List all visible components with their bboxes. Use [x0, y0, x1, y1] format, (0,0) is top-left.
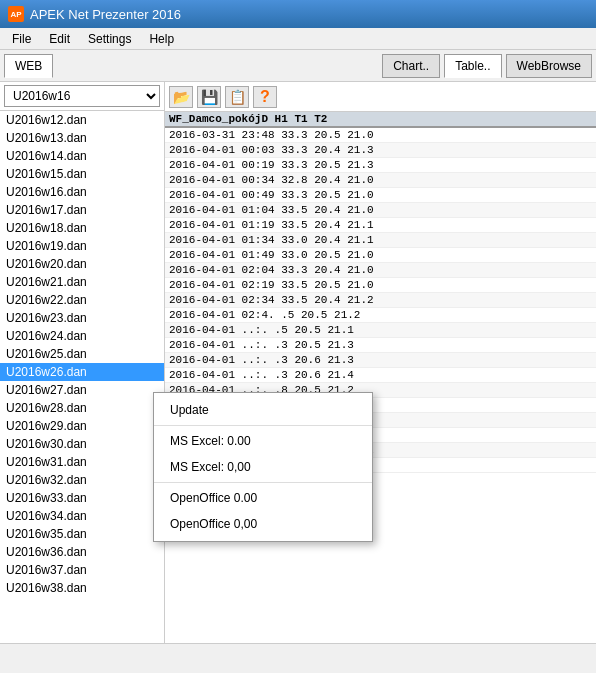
file-list-item[interactable]: U2016w36.dan — [0, 543, 164, 561]
context-menu-item[interactable]: Update — [154, 397, 372, 423]
header-text: WF_Damco_pokójD H1 T1 T2 — [169, 113, 327, 125]
table-row: 2016-04-01 01:04 33.5 20.4 21.0 — [165, 203, 596, 218]
file-list-item[interactable]: U2016w30.dan — [0, 435, 164, 453]
menu-settings[interactable]: Settings — [80, 30, 139, 48]
bottom-bar — [0, 643, 596, 673]
title-bar: AP APEK Net Prezenter 2016 — [0, 0, 596, 28]
question-icon: ? — [260, 88, 270, 106]
file-list-item[interactable]: U2016w27.dan — [0, 381, 164, 399]
folder-button[interactable]: 📂 — [169, 86, 193, 108]
file-list-item[interactable]: U2016w18.dan — [0, 219, 164, 237]
file-list: U2016w12.danU2016w13.danU2016w14.danU201… — [0, 111, 164, 643]
save-icon: 💾 — [201, 89, 218, 105]
app-icon: AP — [8, 6, 24, 22]
file-list-item[interactable]: U2016w13.dan — [0, 129, 164, 147]
table-row: 2016-04-01 00:19 33.3 20.5 21.3 — [165, 158, 596, 173]
menu-file[interactable]: File — [4, 30, 39, 48]
table-row: 2016-03-31 23:48 33.3 20.5 21.0 — [165, 128, 596, 143]
toolbar: WEB Chart.. Table.. WebBrowse — [0, 50, 596, 82]
folder-icon: 📂 — [173, 89, 190, 105]
save-button[interactable]: 💾 — [197, 86, 221, 108]
table-row: 2016-04-01 ..:. .3 20.6 21.4 — [165, 368, 596, 383]
table-row: 2016-04-01 01:19 33.5 20.4 21.1 — [165, 218, 596, 233]
table-header: WF_Damco_pokójD H1 T1 T2 — [165, 112, 596, 128]
help-button[interactable]: ? — [253, 86, 277, 108]
file-list-item[interactable]: U2016w22.dan — [0, 291, 164, 309]
dropdown-row: U2016w16 — [0, 82, 164, 111]
table-row: 2016-04-01 ..:. .5 20.5 21.1 — [165, 323, 596, 338]
table-row: 2016-04-01 ..:. .3 20.5 21.3 — [165, 338, 596, 353]
menu-help[interactable]: Help — [141, 30, 182, 48]
file-list-item[interactable]: U2016w35.dan — [0, 525, 164, 543]
table-row: 2016-04-01 02:4. .5 20.5 21.2 — [165, 308, 596, 323]
app-title: APEK Net Prezenter 2016 — [30, 7, 181, 22]
table-row: 2016-04-01 00:49 33.3 20.5 21.0 — [165, 188, 596, 203]
file-list-item[interactable]: U2016w34.dan — [0, 507, 164, 525]
file-list-item[interactable]: U2016w12.dan — [0, 111, 164, 129]
tab-table[interactable]: Table.. — [444, 54, 501, 78]
copy-icon: 📋 — [229, 89, 246, 105]
main-area: U2016w16 U2016w12.danU2016w13.danU2016w1… — [0, 82, 596, 643]
table-row: 2016-04-01 00:34 32.8 20.4 21.0 — [165, 173, 596, 188]
menu-edit[interactable]: Edit — [41, 30, 78, 48]
file-list-item[interactable]: U2016w15.dan — [0, 165, 164, 183]
table-row: 2016-04-01 02:34 33.5 20.4 21.2 — [165, 293, 596, 308]
file-list-item[interactable]: U2016w19.dan — [0, 237, 164, 255]
context-menu-item[interactable]: OpenOffice 0.00 — [154, 485, 372, 511]
context-menu-divider — [154, 425, 372, 426]
file-list-item[interactable]: U2016w14.dan — [0, 147, 164, 165]
context-menu-item[interactable]: MS Excel: 0,00 — [154, 454, 372, 480]
left-panel: U2016w16 U2016w12.danU2016w13.danU2016w1… — [0, 82, 165, 643]
menu-bar: File Edit Settings Help — [0, 28, 596, 50]
context-menu-divider — [154, 482, 372, 483]
file-list-item[interactable]: U2016w17.dan — [0, 201, 164, 219]
right-panel: 📂 💾 📋 ? WF_Damco_pokójD H1 T1 T2 2016-03… — [165, 82, 596, 643]
file-list-item[interactable]: U2016w38.dan — [0, 579, 164, 597]
table-row: 2016-04-01 00:03 33.3 20.4 21.3 — [165, 143, 596, 158]
file-list-item[interactable]: U2016w37.dan — [0, 561, 164, 579]
data-table: WF_Damco_pokójD H1 T1 T2 2016-03-31 23:4… — [165, 112, 596, 643]
file-list-item[interactable]: U2016w28.dan — [0, 399, 164, 417]
table-row: 2016-04-01 ..:. .3 20.6 21.3 — [165, 353, 596, 368]
file-list-item[interactable]: U2016w32.dan — [0, 471, 164, 489]
file-list-item[interactable]: U2016w25.dan — [0, 345, 164, 363]
file-list-item[interactable]: U2016w29.dan — [0, 417, 164, 435]
table-row: 2016-04-01 01:49 33.0 20.5 21.0 — [165, 248, 596, 263]
context-menu-item[interactable]: OpenOffice 0,00 — [154, 511, 372, 537]
table-row: 2016-04-01 02:19 33.5 20.5 21.0 — [165, 278, 596, 293]
file-list-item[interactable]: U2016w21.dan — [0, 273, 164, 291]
file-list-item[interactable]: U2016w20.dan — [0, 255, 164, 273]
tab-webbrowse[interactable]: WebBrowse — [506, 54, 592, 78]
file-list-item[interactable]: U2016w24.dan — [0, 327, 164, 345]
tab-web[interactable]: WEB — [4, 54, 53, 78]
file-list-item[interactable]: U2016w26.dan — [0, 363, 164, 381]
table-row: 2016-04-01 01:34 33.0 20.4 21.1 — [165, 233, 596, 248]
week-dropdown[interactable]: U2016w16 — [4, 85, 160, 107]
right-toolbar: 📂 💾 📋 ? — [165, 82, 596, 112]
file-list-item[interactable]: U2016w33.dan — [0, 489, 164, 507]
context-menu: UpdateMS Excel: 0.00MS Excel: 0,00OpenOf… — [153, 392, 373, 542]
copy-button[interactable]: 📋 — [225, 86, 249, 108]
file-list-item[interactable]: U2016w16.dan — [0, 183, 164, 201]
file-list-item[interactable]: U2016w31.dan — [0, 453, 164, 471]
tab-chart[interactable]: Chart.. — [382, 54, 440, 78]
table-row: 2016-04-01 02:04 33.3 20.4 21.0 — [165, 263, 596, 278]
file-list-item[interactable]: U2016w23.dan — [0, 309, 164, 327]
context-menu-item[interactable]: MS Excel: 0.00 — [154, 428, 372, 454]
